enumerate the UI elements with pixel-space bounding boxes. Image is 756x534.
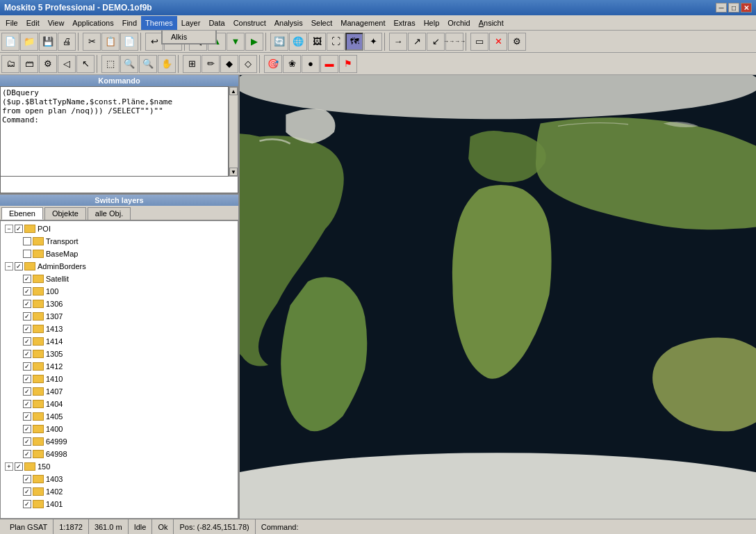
paste-button[interactable]: 📄 <box>120 33 138 51</box>
checkbox-1403[interactable] <box>23 475 31 483</box>
new-button[interactable]: 📄 <box>1 33 19 51</box>
kommando-scrollbar[interactable]: ▲ ▼ <box>229 86 238 177</box>
map-area[interactable] <box>240 75 756 519</box>
menu-applications[interactable]: Applications <box>68 16 117 30</box>
checkbox-1400[interactable] <box>23 425 31 433</box>
circle-button[interactable]: ● <box>302 55 320 73</box>
down-button[interactable]: ▼ <box>227 33 245 51</box>
db-button[interactable]: 🗃 <box>20 55 38 73</box>
menu-management[interactable]: Management <box>336 16 389 30</box>
pencil-button[interactable]: ✏ <box>202 55 220 73</box>
delete-button[interactable]: ✕ <box>489 33 507 51</box>
checkbox-satellit[interactable] <box>23 275 31 283</box>
settings-button[interactable]: ⚙ <box>508 33 526 51</box>
checkbox-basemap[interactable] <box>23 250 31 258</box>
select-rect-button[interactable]: ⬚ <box>101 55 120 73</box>
open-button[interactable]: 📁 <box>20 33 38 51</box>
rect-button[interactable]: ▭ <box>470 33 488 51</box>
checkbox-1410[interactable] <box>23 375 31 383</box>
layer-item-1402: 1402 <box>2 485 236 498</box>
scroll-up[interactable]: ▲ <box>229 87 238 95</box>
tab-alle-obj[interactable]: alle Obj. <box>88 207 131 220</box>
menu-select[interactable]: Select <box>307 16 337 30</box>
toolbar1: 📄 📁 💾 🖨 ✂ 📋 📄 ↩ ↪ ◀ ▲ ▼ ▶ 🔄 🌐 🖼 ⛶ 🗺 ✦ → … <box>0 31 756 53</box>
menu-themes[interactable]: Themes <box>141 16 177 30</box>
menu-ansicht[interactable]: Ansicht <box>475 16 508 30</box>
save-button[interactable]: 💾 <box>39 33 57 51</box>
menu-construct[interactable]: Construct <box>229 16 270 30</box>
checkbox-150[interactable] <box>15 462 23 471</box>
arrow2-button[interactable]: ↗ <box>408 33 426 51</box>
star-button[interactable]: ✦ <box>364 33 382 51</box>
close-button[interactable]: ✕ <box>741 3 752 13</box>
checkbox-1305[interactable] <box>23 350 31 358</box>
cube-button[interactable]: ◆ <box>220 55 238 73</box>
checkbox-1407[interactable] <box>23 387 31 396</box>
refresh-button[interactable]: 🔄 <box>270 33 288 51</box>
forward-button[interactable]: ▶ <box>245 33 263 51</box>
flower-button[interactable]: ❀ <box>283 55 301 73</box>
layer-label-1401: 1401 <box>46 500 63 508</box>
print-button[interactable]: 🖨 <box>58 33 76 51</box>
kommando-input[interactable] <box>0 177 238 193</box>
menu-data[interactable]: Data <box>204 16 229 30</box>
menu-view[interactable]: View <box>44 16 69 30</box>
checkbox-1404[interactable] <box>23 400 31 408</box>
tab-ebenen[interactable]: Ebenen <box>1 207 43 220</box>
copy-button[interactable]: 📋 <box>101 33 120 51</box>
checkbox-1307[interactable] <box>23 312 31 321</box>
menu-file[interactable]: File <box>1 16 22 30</box>
arrows-small[interactable]: →→→→ <box>445 33 463 51</box>
menu-orchid[interactable]: Orchid <box>443 16 474 30</box>
globe-button[interactable]: 🌐 <box>289 33 307 51</box>
menu-help[interactable]: Help <box>420 16 444 30</box>
cut-button[interactable]: ✂ <box>83 33 101 51</box>
arrow1-button[interactable]: → <box>389 33 407 51</box>
maximize-button[interactable]: □ <box>728 3 739 13</box>
expand-adminborders[interactable]: − <box>5 262 13 270</box>
checkbox-1402[interactable] <box>23 487 31 496</box>
minimize-button[interactable]: ─ <box>716 3 727 13</box>
layers-button[interactable]: 🗂 <box>1 55 19 73</box>
hand-button[interactable]: ✋ <box>158 55 176 73</box>
menu-edit[interactable]: Edit <box>22 16 44 30</box>
grid-button[interactable]: ⊞ <box>183 55 201 73</box>
menu-layer[interactable]: Layer <box>177 16 205 30</box>
zoom2-button[interactable]: 🔍 <box>139 55 157 73</box>
checkbox-64998[interactable] <box>23 450 31 458</box>
menu-extras[interactable]: Extras <box>389 16 419 30</box>
checkbox-1306[interactable] <box>23 300 31 308</box>
checkbox-1401[interactable] <box>23 500 31 508</box>
cube2-button[interactable]: ◇ <box>239 55 257 73</box>
checkbox-1405[interactable] <box>23 412 31 421</box>
active-button[interactable]: 🗺 <box>345 33 363 51</box>
checkbox-64999[interactable] <box>23 437 31 446</box>
kommando-textarea[interactable]: (DBquery ($up.$BlattTypName,$const.Pläne… <box>0 86 229 177</box>
dropdown-alkis[interactable]: Alkis <box>163 31 215 43</box>
tab-objekte[interactable]: Objekte <box>44 207 86 220</box>
photo-button[interactable]: 🖼 <box>308 33 326 51</box>
expand-150[interactable]: + <box>5 462 13 471</box>
checkbox-1414[interactable] <box>23 337 31 346</box>
zoom-button[interactable]: 🔍 <box>120 55 138 73</box>
target-button[interactable]: 🎯 <box>264 55 282 73</box>
flag-button[interactable]: ⚑ <box>339 55 357 73</box>
back2-button[interactable]: ◁ <box>58 55 76 73</box>
titlebar-controls[interactable]: ─ □ ✕ <box>716 3 752 13</box>
checkbox-adminborders[interactable] <box>15 262 23 270</box>
checkbox-1413[interactable] <box>23 325 31 333</box>
expand-poi[interactable]: − <box>5 225 13 233</box>
arrow3-button[interactable]: ↙ <box>427 33 445 51</box>
checkbox-transport[interactable] <box>23 237 31 245</box>
fullscreen-button[interactable]: ⛶ <box>327 33 345 51</box>
scroll-down[interactable]: ▼ <box>229 168 238 176</box>
config-button[interactable]: ⚙ <box>39 55 57 73</box>
checkbox-1412[interactable] <box>23 362 31 371</box>
checkbox-poi[interactable] <box>15 225 23 233</box>
menu-analysis[interactable]: Analysis <box>270 16 307 30</box>
kommando-input-field[interactable] <box>1 177 238 193</box>
cursor-button[interactable]: ↖ <box>76 55 94 73</box>
bar-button[interactable]: ▬ <box>320 55 338 73</box>
checkbox-100[interactable] <box>23 287 31 296</box>
menu-find[interactable]: Find <box>118 16 141 30</box>
